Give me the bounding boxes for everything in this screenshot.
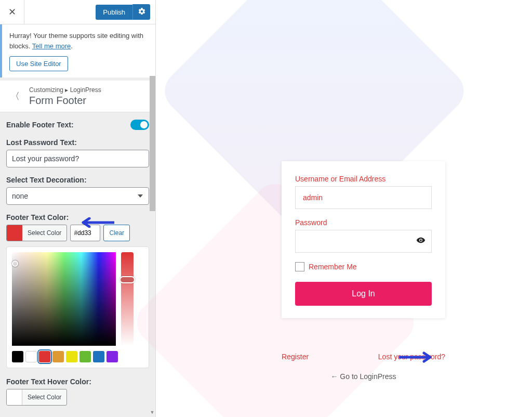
scrollbar[interactable]	[150, 76, 155, 211]
enable-footer-toggle[interactable]	[130, 120, 149, 130]
password-input[interactable]	[295, 230, 432, 253]
eye-icon[interactable]	[416, 236, 425, 247]
footer-text-color-label: Footer Text Color:	[6, 213, 149, 221]
customizer-sidebar: ✕ Publish Hurray! Your theme supports si…	[0, 0, 156, 417]
close-icon: ✕	[8, 6, 16, 18]
palette-orange[interactable]	[52, 351, 64, 362]
gradient-cursor-icon	[12, 260, 18, 267]
lost-password-input[interactable]	[6, 150, 149, 167]
palette-red[interactable]	[39, 351, 50, 362]
hue-slider[interactable]	[121, 252, 134, 346]
login-button[interactable]: Log In	[295, 282, 432, 306]
saturation-gradient[interactable]	[12, 252, 116, 346]
footer-hover-color-label: Footer Text Hover Color:	[6, 377, 149, 386]
footer-links: Register Lost your password?	[282, 353, 445, 361]
username-label: Username or Email Address	[295, 175, 432, 183]
text-decoration-select[interactable]: none	[6, 187, 149, 205]
username-input[interactable]	[295, 186, 432, 209]
preview-area: Username or Email Address Password Remem…	[161, 0, 532, 417]
palette-purple[interactable]	[107, 351, 118, 362]
customizer-topbar: ✕ Publish	[0, 0, 155, 24]
remember-checkbox[interactable]	[295, 262, 304, 271]
enable-footer-label: Enable Footer Text:	[6, 121, 74, 129]
hue-handle-icon	[119, 276, 135, 283]
use-site-editor-button[interactable]: Use Site Editor	[9, 56, 68, 71]
palette-black[interactable]	[12, 351, 23, 362]
notice-text: Hurray! Your theme supports site editing…	[9, 32, 143, 50]
site-editing-notice: Hurray! Your theme supports site editing…	[0, 24, 155, 77]
publish-group: Publish	[96, 4, 150, 20]
remember-label: Remember Me	[309, 263, 357, 271]
palette-white[interactable]	[25, 351, 37, 362]
publish-button[interactable]: Publish	[96, 5, 132, 20]
publish-settings-button[interactable]	[132, 4, 150, 20]
login-form: Username or Email Address Password Remem…	[282, 161, 445, 318]
back-to-site-link[interactable]: ← Go to LoginPress	[282, 372, 445, 381]
clear-color-button[interactable]: Clear	[103, 225, 130, 241]
section-header: 〈 Customizing ▸ LoginPress Form Footer	[0, 81, 155, 112]
hex-input[interactable]	[70, 225, 100, 241]
chevron-left-icon: 〈	[10, 90, 20, 102]
select-color-button[interactable]: Select Color	[6, 225, 67, 241]
color-swatch-icon	[7, 389, 22, 405]
palette-blue[interactable]	[93, 351, 104, 362]
scroll-down-icon[interactable]: ▼	[150, 410, 155, 415]
section-title: Form Footer	[29, 95, 101, 107]
password-label: Password	[295, 218, 432, 227]
gear-icon	[138, 7, 146, 17]
color-swatch-icon	[7, 225, 22, 241]
text-decoration-label: Select Text Decoration:	[6, 176, 149, 184]
palette-yellow[interactable]	[66, 351, 77, 362]
back-button[interactable]: 〈	[6, 86, 24, 107]
lost-password-label: Lost Password Text:	[6, 138, 149, 147]
select-hover-color-button[interactable]: Select Color	[6, 389, 67, 406]
panel-body: Enable Footer Text: Lost Password Text: …	[0, 112, 155, 417]
tell-me-more-link[interactable]: Tell me more	[32, 42, 71, 50]
breadcrumb: Customizing ▸ LoginPress	[29, 86, 101, 94]
register-link[interactable]: Register	[282, 353, 309, 361]
palette-green[interactable]	[79, 351, 91, 362]
close-button[interactable]: ✕	[0, 0, 24, 24]
palette-row	[12, 351, 143, 362]
color-picker	[6, 246, 149, 368]
lost-password-link[interactable]: Lost your password?	[378, 353, 445, 361]
